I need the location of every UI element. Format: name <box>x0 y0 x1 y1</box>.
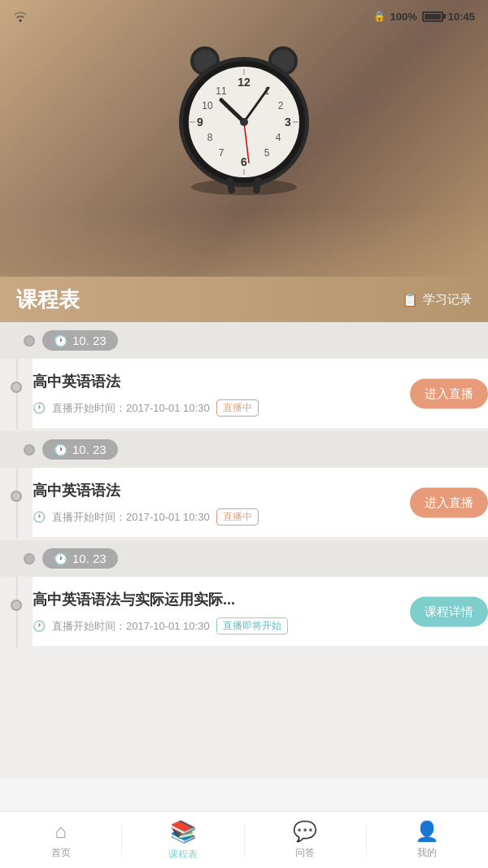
clock-icon-2: 🕐 <box>54 443 68 456</box>
schedule-icon: 📚 <box>170 819 196 844</box>
svg-text:4: 4 <box>276 132 281 143</box>
svg-text:3: 3 <box>285 116 291 129</box>
course-row-2: 高中英语语法 🕐 直播开始时间：2017-10-01 10:30 直播中 进入直… <box>0 468 488 539</box>
svg-text:9: 9 <box>197 116 203 129</box>
live-badge-2: 直播中 <box>216 508 259 526</box>
study-record-label: 学习记录 <box>423 292 472 308</box>
svg-text:10: 10 <box>202 100 213 111</box>
status-left <box>13 11 28 22</box>
content-area: 🕐 10. 23 高中英语语法 🕐 直播开始时间：2017-10-01 10:3… <box>0 322 488 779</box>
date-badge-3: 🕐 10. 23 <box>42 548 118 569</box>
title-bar: 课程表 📋 学习记录 <box>0 277 488 322</box>
date-header-1: 🕐 10. 23 <box>0 322 488 359</box>
svg-text:6: 6 <box>241 155 247 168</box>
course-time-3: 直播开始时间：2017-10-01 10:30 <box>52 619 210 634</box>
bottom-nav: ⌂ 首页 📚 课程表 💬 问答 👤 我的 <box>0 811 488 868</box>
card-area-2: 高中英语语法 🕐 直播开始时间：2017-10-01 10:30 直播中 进入直… <box>33 468 488 539</box>
card-area-1: 高中英语语法 🕐 直播开始时间：2017-10-01 10:30 直播中 进入直… <box>33 359 488 430</box>
date-text-1: 10. 23 <box>72 334 107 347</box>
page-title: 课程表 <box>16 286 80 314</box>
svg-text:8: 8 <box>207 132 213 143</box>
course-row-1: 高中英语语法 🕐 直播开始时间：2017-10-01 10:30 直播中 进入直… <box>0 359 488 430</box>
course-time-2: 直播开始时间：2017-10-01 10:30 <box>52 510 210 525</box>
date-badge-2: 🕐 10. 23 <box>42 439 118 460</box>
clock-image: 12 6 9 3 11 1 10 2 8 4 7 5 <box>163 24 325 203</box>
battery-icon <box>422 11 443 22</box>
home-icon: ⌂ <box>54 820 67 843</box>
nav-mine-label: 我的 <box>417 846 437 860</box>
svg-point-27 <box>240 118 248 126</box>
section-1: 🕐 10. 23 高中英语语法 🕐 直播开始时间：2017-10-01 10:3… <box>0 322 488 430</box>
qa-icon: 💬 <box>293 820 317 843</box>
course-name-1: 高中英语语法 <box>33 372 377 391</box>
course-detail-btn-3[interactable]: 课程详情 <box>410 596 488 626</box>
course-time-row-2: 🕐 直播开始时间：2017-10-01 10:30 直播中 <box>33 508 377 526</box>
lock-icon: 🔒 <box>373 11 386 22</box>
course-time-1: 直播开始时间：2017-10-01 10:30 <box>52 401 210 416</box>
enter-live-btn-1[interactable]: 进入直播 <box>410 378 488 408</box>
svg-text:12: 12 <box>237 76 251 89</box>
clock-tiny-2: 🕐 <box>33 511 46 523</box>
course-time-row-3: 🕐 直播开始时间：2017-10-01 10:30 直播即将开始 <box>33 617 386 635</box>
vline-3 <box>0 577 33 648</box>
course-time-row-1: 🕐 直播开始时间：2017-10-01 10:30 直播中 <box>33 399 377 417</box>
clock-icon-1: 🕐 <box>54 334 68 347</box>
svg-text:5: 5 <box>264 147 270 159</box>
enter-live-btn-2[interactable]: 进入直播 <box>410 487 488 517</box>
hero-image: 12 6 9 3 11 1 10 2 8 4 7 5 <box>0 0 488 277</box>
time-display: 10:45 <box>448 11 475 23</box>
nav-home[interactable]: ⌂ 首页 <box>0 813 121 866</box>
nav-mine[interactable]: 👤 我的 <box>367 813 488 866</box>
date-badge-1: 🕐 10. 23 <box>42 330 118 351</box>
nav-home-label: 首页 <box>51 846 71 860</box>
nav-qa[interactable]: 💬 问答 <box>245 813 366 866</box>
clock-tiny-3: 🕐 <box>33 620 46 632</box>
wifi-icon <box>13 11 28 22</box>
vline-2 <box>0 468 33 539</box>
course-card-2: 高中英语语法 🕐 直播开始时间：2017-10-01 10:30 直播中 进入直… <box>33 468 488 537</box>
section-2: 🕐 10. 23 高中英语语法 🕐 直播开始时间：2017-10-01 10:3… <box>0 431 488 539</box>
live-soon-badge-3: 直播即将开始 <box>216 617 288 635</box>
svg-text:2: 2 <box>278 100 284 111</box>
nav-schedule-label: 课程表 <box>168 848 198 861</box>
course-name-3: 高中英语语法与实际运用实际... <box>33 590 386 609</box>
date-header-3: 🕐 10. 23 <box>0 540 488 577</box>
svg-text:11: 11 <box>216 85 227 97</box>
date-text-3: 10. 23 <box>72 552 107 565</box>
date-text-2: 10. 23 <box>72 443 107 456</box>
status-bar: 🔒 100% 10:45 <box>0 0 488 33</box>
course-card-1: 高中英语语法 🕐 直播开始时间：2017-10-01 10:30 直播中 进入直… <box>33 359 488 428</box>
clock-tiny-1: 🕐 <box>33 402 46 414</box>
course-card-3: 高中英语语法与实际运用实际... 🕐 直播开始时间：2017-10-01 10:… <box>33 577 488 646</box>
battery-percent: 100% <box>390 11 417 23</box>
clock-icon-3: 🕐 <box>54 552 68 565</box>
nav-qa-label: 问答 <box>295 846 315 860</box>
hero-overlay <box>0 212 488 277</box>
nav-schedule[interactable]: 📚 课程表 <box>122 813 243 868</box>
mine-icon: 👤 <box>415 820 439 843</box>
vline-1 <box>0 359 33 430</box>
date-header-2: 🕐 10. 23 <box>0 431 488 468</box>
section-3: 🕐 10. 23 高中英语语法与实际运用实际... 🕐 直播开始时间：2017-… <box>0 540 488 648</box>
study-record-link[interactable]: 📋 学习记录 <box>402 292 472 308</box>
status-right: 🔒 100% 10:45 <box>373 11 476 23</box>
card-area-3: 高中英语语法与实际运用实际... 🕐 直播开始时间：2017-10-01 10:… <box>33 577 488 648</box>
course-row-3: 高中英语语法与实际运用实际... 🕐 直播开始时间：2017-10-01 10:… <box>0 577 488 648</box>
timeline-dot-3 <box>11 600 22 611</box>
timeline-dot-2 <box>11 491 22 502</box>
timeline-dot-1 <box>11 382 22 393</box>
svg-text:7: 7 <box>219 147 224 159</box>
live-badge-1: 直播中 <box>216 399 259 417</box>
notebook-icon: 📋 <box>402 292 418 308</box>
course-name-2: 高中英语语法 <box>33 481 377 500</box>
